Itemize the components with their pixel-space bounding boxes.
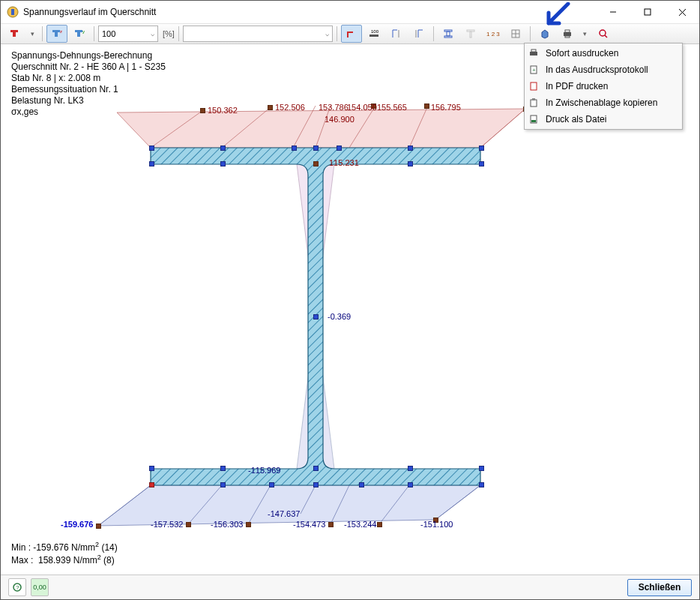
svg-text:y: y [82, 29, 85, 34]
tool-tee-icon[interactable] [460, 25, 481, 43]
stress-label: 155.565 [377, 103, 407, 112]
zoom-combo[interactable]: 100⌵ [98, 26, 158, 42]
node-marker [220, 161, 226, 166]
svg-rect-54 [531, 50, 536, 52]
node-marker [408, 161, 413, 166]
stress-label: 153.786 [319, 103, 349, 112]
svg-rect-1 [11, 9, 14, 15]
stress-label: 150.362 [208, 106, 238, 115]
tool-find-icon[interactable] [593, 25, 614, 43]
save-file-icon [528, 113, 540, 125]
node-marker [313, 482, 319, 488]
svg-rect-61 [531, 120, 536, 122]
svg-text:+: + [532, 67, 536, 74]
minimize-button[interactable] [596, 1, 630, 23]
stress-label: -0.369 [328, 312, 351, 321]
tool-axis-y-icon[interactable]: y [69, 25, 90, 43]
node-marker [479, 482, 484, 488]
zoom-unit-label: [%] [163, 29, 175, 38]
document-add-icon: + [528, 64, 540, 76]
stress-label: 146.900 [325, 115, 354, 124]
label-marker [424, 104, 429, 109]
footer: ? 0,00 Schließen [1, 574, 699, 599]
svg-rect-6 [10, 30, 18, 32]
svg-rect-53 [530, 52, 537, 56]
svg-rect-22 [470, 32, 471, 38]
svg-point-29 [600, 30, 606, 36]
tool-grid-icon[interactable] [505, 25, 526, 43]
stress-label: 156.795 [431, 103, 461, 112]
node-marker [149, 466, 154, 471]
svg-rect-12 [77, 32, 80, 37]
label-marker [246, 522, 251, 527]
tool-scale-icon[interactable]: 100 [363, 25, 384, 43]
svg-rect-3 [645, 9, 651, 15]
menu-print-now[interactable]: Sofort ausdrucken [525, 45, 682, 62]
maximize-button[interactable] [630, 1, 665, 23]
close-button[interactable]: Schließen [627, 579, 692, 596]
svg-rect-20 [444, 36, 452, 38]
tool-section-red-icon[interactable] [4, 25, 25, 43]
stress-label: -147.637 [268, 509, 300, 518]
stress-label: -154.473 [293, 520, 325, 529]
print-menu: Sofort ausdrucken + In das Ausdrucksprot… [524, 43, 683, 130]
node-marker [479, 161, 484, 166]
svg-rect-9 [55, 32, 58, 37]
stress-label: -157.532 [151, 520, 183, 529]
menu-to-clipboard[interactable]: In Zwischenablage kopieren [525, 94, 682, 111]
tool-dim2-icon[interactable] [408, 25, 429, 43]
stress-label: 152.506 [275, 103, 305, 112]
stress-label: -151.100 [420, 520, 453, 529]
node-marker [149, 146, 154, 151]
label-marker [200, 108, 205, 113]
node-marker [479, 466, 484, 471]
close-window-button[interactable] [665, 1, 699, 23]
tool-ibeam-icon[interactable] [438, 25, 459, 43]
label-marker [328, 522, 334, 527]
node-marker [337, 146, 342, 151]
stress-label: -115.969 [248, 466, 280, 475]
app-icon [7, 6, 19, 18]
print-dropdown[interactable]: ▾ [579, 25, 591, 43]
node-marker [292, 146, 297, 151]
node-marker [269, 482, 274, 488]
tool-dim1-icon[interactable] [386, 25, 407, 43]
label-marker [377, 522, 382, 527]
label-marker [186, 522, 191, 527]
node-marker [313, 314, 319, 320]
pdf-icon [528, 80, 540, 92]
svg-rect-7 [13, 32, 16, 37]
stress-label-min: -159.676 [61, 520, 93, 529]
tool-axis-yz-icon[interactable]: z [46, 25, 67, 43]
result-type-combo[interactable]: ⌵ [183, 26, 333, 42]
printer-icon [528, 47, 540, 59]
node-marker [408, 466, 413, 471]
label-marker [268, 105, 273, 110]
menu-to-file[interactable]: Druck als Datei [525, 111, 682, 128]
svg-text:100: 100 [371, 29, 379, 34]
tool-corner-icon[interactable] [341, 25, 362, 43]
node-marker [408, 146, 413, 151]
clipboard-icon [528, 97, 540, 109]
svg-rect-19 [447, 32, 450, 36]
node-marker [313, 146, 319, 151]
menu-to-pdf[interactable]: In PDF drucken [525, 78, 682, 94]
stress-label: 115.231 [329, 158, 359, 167]
units-button[interactable]: 0,00 [31, 578, 49, 596]
tool-dropdown-1[interactable]: ▾ [26, 25, 38, 43]
label-marker [96, 524, 101, 529]
svg-rect-27 [565, 30, 570, 32]
svg-text:?: ? [16, 584, 19, 591]
window-title: Spannungsverlauf im Querschnitt [23, 7, 596, 17]
node-marker-min [149, 482, 154, 488]
node-marker [313, 161, 319, 166]
svg-rect-59 [532, 98, 535, 100]
help-button[interactable]: ? [8, 578, 26, 596]
tool-numbers-icon[interactable]: 1 2 3 [483, 25, 504, 43]
svg-line-30 [605, 35, 607, 38]
minmax-block: Min : -159.676 N/mm2 (14) Max : 158.939 … [11, 541, 118, 567]
menu-to-protocol[interactable]: + In das Ausdrucksprotokoll [525, 62, 682, 78]
svg-rect-57 [531, 82, 537, 90]
node-marker [359, 482, 364, 488]
stress-label: -153.244 [344, 520, 376, 529]
